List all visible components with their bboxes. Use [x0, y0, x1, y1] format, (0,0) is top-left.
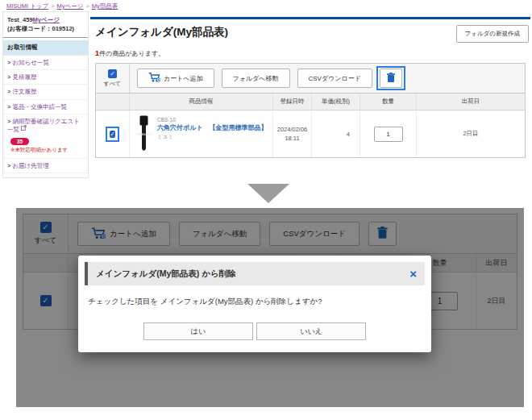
unresolved-count-badge: 35	[10, 138, 29, 145]
account-name: Test_459	[7, 16, 33, 23]
chevron-right-icon: >	[7, 103, 10, 110]
sidebar-item-label: 注文履歴	[12, 88, 36, 95]
breadcrumb-mypage[interactable]: Myページ	[57, 2, 84, 10]
add-to-cart-label: カートへ追加	[164, 74, 203, 83]
request-badge-row: 35	[3, 137, 88, 147]
breadcrumb-separator: >	[51, 2, 54, 10]
table-row: ✓ misumi CBS-10 六角穴付ボルト 【金型用標準部品】 ミスミ 20…	[96, 110, 525, 157]
new-folder-button[interactable]: フォルダの新規作成	[456, 25, 529, 43]
sidebar-item-returns[interactable]: >返品・交換申請一覧	[3, 100, 88, 114]
unresolved-note: ※未対応明細があります	[3, 147, 88, 159]
quantity-cell	[360, 110, 417, 157]
registered-cell: 2024/02/06 18:11	[273, 110, 312, 157]
row-checkbox-cell: ✓	[96, 110, 130, 157]
transition-arrow-down-icon	[247, 184, 289, 203]
sidebar-item-quote-history[interactable]: >見積履歴	[3, 70, 88, 85]
bottom-panel: ✓ すべて カートへ追加 フォルダへ移動 CSVダウンロード 商品情報 登録日時…	[16, 208, 524, 407]
trash-icon	[387, 73, 395, 85]
cart-icon	[148, 73, 160, 84]
breadcrumb-my-bom[interactable]: My部品表	[92, 2, 118, 10]
registered-time: 18:11	[285, 134, 299, 143]
select-all-label: すべて	[104, 80, 122, 88]
no-button[interactable]: いいえ	[256, 322, 366, 340]
sidebar: Test_459Myページ (お客様コード：019512) お取引情報 >お知ら…	[2, 11, 89, 178]
table-toolbar: ✓ すべて カートへ追加 フォルダへ移動 CSVダウンロード	[96, 64, 525, 94]
chevron-right-icon: >	[7, 88, 10, 95]
modal-header: メインフォルダ(My部品表) から削除 ×	[85, 262, 425, 285]
unit-price-cell: 4	[312, 110, 360, 157]
sidebar-item-label: 見積履歴	[12, 73, 36, 81]
item-count-text: 1件の商品があります。	[95, 49, 529, 58]
close-icon[interactable]: ×	[409, 268, 417, 280]
header-checkbox-col	[96, 94, 130, 110]
mypage-link[interactable]: Myページ	[33, 16, 60, 23]
watermark-text: misumi	[136, 131, 152, 136]
chevron-right-icon: >	[7, 118, 10, 125]
move-folder-button[interactable]: フォルダへ移動	[222, 69, 290, 88]
yes-button[interactable]: はい	[143, 322, 253, 340]
ship-date-cell: 2日目	[417, 110, 525, 157]
breadcrumb: MISUMI トップ>Myページ>My部品表	[6, 2, 118, 10]
maker-name: ミスミ	[157, 134, 268, 141]
account-box: Test_459Myページ (お客様コード：019512)	[2, 11, 89, 38]
select-all-checkbox[interactable]: ✓	[108, 69, 117, 78]
sidebar-item-label: お届けしているクーポン一覧	[7, 177, 80, 178]
modal-message: チェックした項目を メインフォルダ(My部品表) から削除しますか?	[85, 285, 425, 322]
header-product-info: 商品情報	[130, 94, 273, 110]
chevron-right-icon: >	[7, 162, 10, 169]
row-checkbox[interactable]: ✓	[110, 131, 115, 138]
modal-title: メインフォルダ(My部品表) から削除	[96, 268, 236, 280]
sidebar-item-notices[interactable]: >お知らせ一覧	[3, 56, 88, 70]
header-unit-price: 単価(税別)	[312, 94, 360, 110]
chevron-right-icon: >	[7, 177, 10, 178]
sidebar-item-delivery-request[interactable]: >納期型番確認リクエスト一覧	[3, 114, 88, 137]
csv-download-button[interactable]: CSVダウンロード	[297, 69, 372, 88]
header-ship-date: 出荷日	[417, 94, 525, 110]
header-registered: 登録日時	[273, 94, 312, 110]
breadcrumb-separator: >	[85, 2, 89, 10]
header-quantity: 数量	[360, 94, 417, 110]
select-all-cell: ✓ すべて	[96, 64, 130, 93]
sidebar-item-label: 納期型番確認リクエスト一覧	[7, 118, 80, 133]
customer-code: (お客様コード：019512)	[7, 25, 74, 32]
delete-button[interactable]	[380, 69, 402, 88]
product-cell: misumi CBS-10 六角穴付ボルト 【金型用標準部品】 ミスミ	[130, 110, 273, 157]
sidebar-item-coupons[interactable]: >お届けしているクーポン一覧	[3, 173, 88, 178]
product-name-link[interactable]: 六角穴付ボルト 【金型用標準部品】	[157, 124, 268, 132]
main-content: メインフォルダ(My部品表) フォルダの新規作成 1件の商品があります。 ✓ す…	[90, 17, 530, 158]
item-count-label: 件の商品があります。	[99, 50, 164, 57]
part-number: CBS-10	[157, 117, 268, 123]
breadcrumb-misumi-top[interactable]: MISUMI トップ	[6, 2, 48, 10]
page-title: メインフォルダ(My部品表)	[95, 25, 228, 40]
sidebar-item-order-history[interactable]: >注文履歴	[3, 85, 88, 99]
sidebar-item-label: 返品・交換申請一覧	[12, 103, 67, 110]
sidebar-item-label: お届け先管理	[12, 162, 48, 169]
sidebar-item-label: お知らせ一覧	[12, 59, 49, 66]
sidebar-section-transactions: お取引情報	[3, 40, 88, 56]
chevron-right-icon: >	[7, 73, 10, 81]
quantity-input[interactable]	[374, 127, 403, 142]
parts-table: ✓ すべて カートへ追加 フォルダへ移動 CSVダウンロード 商品情報 登録日時	[95, 63, 526, 158]
sidebar-item-address-management[interactable]: >お届け先管理	[3, 159, 88, 173]
registered-date: 2024/02/06	[277, 125, 308, 134]
external-link-icon	[21, 125, 27, 132]
delete-confirmation-modal: メインフォルダ(My部品表) から削除 × チェックした項目を メインフォルダ(…	[78, 256, 431, 352]
add-to-cart-button[interactable]: カートへ追加	[137, 69, 214, 88]
table-header-row: 商品情報 登録日時 単価(税別) 数量 出荷日	[96, 94, 525, 110]
chevron-right-icon: >	[7, 59, 10, 66]
